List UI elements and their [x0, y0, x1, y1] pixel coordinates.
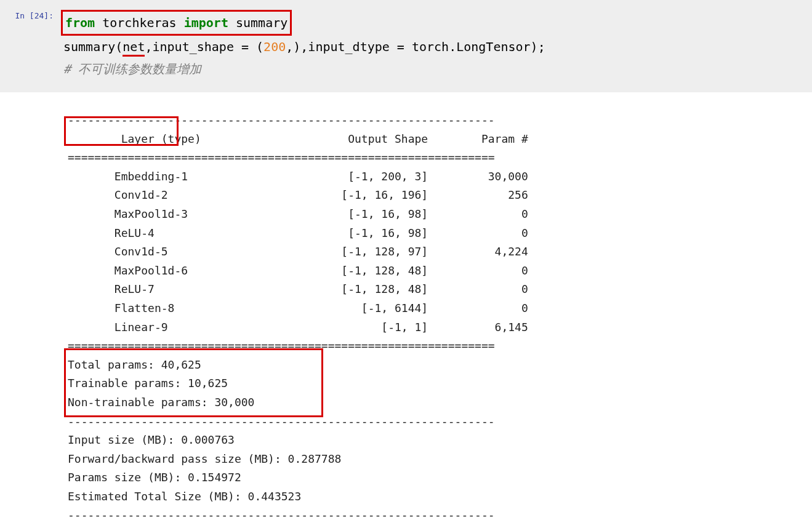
code-cell: In [24]: from torchkeras import summary …: [0, 0, 812, 92]
output-wrap: ----------------------------------------…: [0, 92, 812, 525]
code-input[interactable]: from torchkeras import summary summary(n…: [58, 6, 545, 80]
code-comment: # 不可训练参数数量增加: [63, 62, 201, 76]
kw-import: import: [184, 15, 228, 30]
input-prompt: In [24]:: [0, 6, 58, 80]
highlight-box-import: from torchkeras import summary: [61, 10, 292, 36]
highlight-underline-net: net: [123, 39, 145, 57]
kw-from: from: [65, 15, 95, 30]
output-area: ----------------------------------------…: [0, 92, 812, 525]
